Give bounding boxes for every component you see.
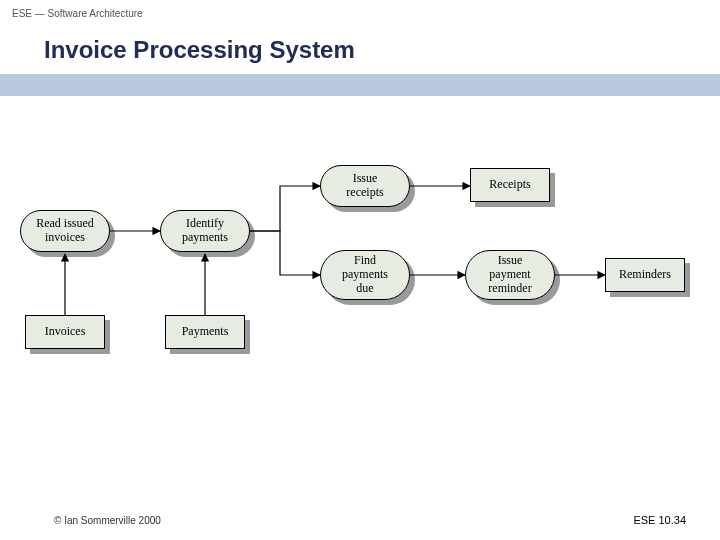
course-label: ESE — Software Architecture [12,8,143,19]
title-underline-bar [0,74,720,96]
footer-copyright: © Ian Sommerville 2000 [54,515,161,526]
edge-identify-to-issue-receipts [250,186,320,231]
diagram-arrows [10,150,710,410]
page-title: Invoice Processing System [44,36,355,64]
footer-page-ref: ESE 10.34 [633,514,686,526]
diagram-canvas: Read issuedinvoices Identifypayments Iss… [10,150,710,410]
edge-identify-to-find-due [250,231,320,275]
